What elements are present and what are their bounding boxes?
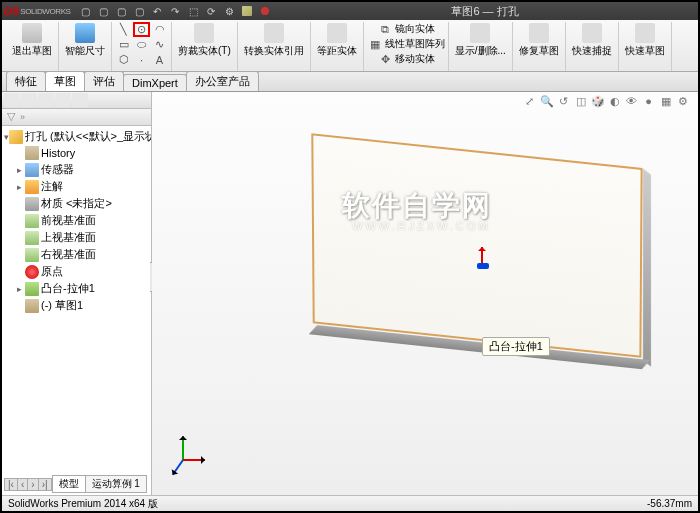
appearance-button[interactable]: ● <box>641 95 656 110</box>
qat-appearance-button[interactable] <box>238 3 256 19</box>
tree-item-1[interactable]: ▸传感器 <box>2 161 151 178</box>
tab-nav-first[interactable]: |‹ <box>5 479 18 490</box>
origin-icon <box>25 265 39 279</box>
spline-tool-button[interactable]: ∿ <box>151 37 168 52</box>
tab-sketch[interactable]: 草图 <box>45 71 85 91</box>
poly-tool-button[interactable]: ⬡ <box>115 52 132 67</box>
model-top-face[interactable] <box>311 133 642 358</box>
annot-icon <box>25 180 39 194</box>
zoom-fit-button[interactable]: ⤢ <box>522 95 537 110</box>
qat-rebuild-button[interactable]: ⟳ <box>202 3 220 19</box>
triad-y-axis-icon <box>182 436 184 460</box>
tree-item-8[interactable]: ▸凸台-拉伸1 <box>2 280 151 297</box>
tree-item-6[interactable]: 右视基准面 <box>2 246 151 263</box>
ribbon-group-dim: 智能尺寸 <box>59 22 112 71</box>
hide-show-button[interactable]: 👁 <box>624 95 639 110</box>
tree-item-label: 右视基准面 <box>41 247 96 262</box>
tab-features[interactable]: 特征 <box>6 71 46 91</box>
display-delete-button[interactable]: 显示/删除... <box>452 22 509 59</box>
tree-item-2[interactable]: ▸注解 <box>2 178 151 195</box>
smart-dimension-button[interactable]: 智能尺寸 <box>62 22 108 59</box>
rect-tool-button[interactable]: ▭ <box>115 37 132 52</box>
quick-sketch-button[interactable]: 快速草图 <box>622 22 668 59</box>
arc-tool-button[interactable]: ◠ <box>151 22 168 37</box>
trim-label: 剪裁实体(T) <box>178 44 231 58</box>
convert-label: 转换实体引用 <box>244 44 304 58</box>
tab-nav-next[interactable]: › <box>28 479 38 490</box>
tab-nav-last[interactable]: ›| <box>39 479 52 490</box>
qat-print-button[interactable]: ▢ <box>130 3 148 19</box>
point-tool-button[interactable]: · <box>133 52 150 67</box>
tree-item-9[interactable]: (-) 草图1 <box>2 297 151 314</box>
qat-redo-button[interactable]: ↷ <box>166 3 184 19</box>
graphics-viewport[interactable]: ⤢ 🔍 ↺ ◫ 🎲 ◐ 👁 ● ▦ ⚙ 凸台-拉伸1 软件自学网 WWW.RJZ… <box>152 92 698 498</box>
panel-tab-config[interactable] <box>38 93 54 107</box>
qat-save-button[interactable]: ▢ <box>112 3 130 19</box>
origin-x-axis-icon <box>477 263 489 269</box>
tree-item-4[interactable]: 前视基准面 <box>2 212 151 229</box>
doc-tab-model[interactable]: 模型 <box>52 475 86 493</box>
feature-tree: ▾ 打孔 (默认<<默认>_显示状态 History▸传感器▸注解 材质 <未指… <box>2 126 151 498</box>
qat-open-button[interactable]: ▢ <box>94 3 112 19</box>
view-orient-button[interactable]: 🎲 <box>590 95 605 110</box>
hist-icon <box>25 146 39 160</box>
panel-tab-feature-tree[interactable] <box>4 93 20 107</box>
convert-icon <box>264 23 284 43</box>
move-button[interactable]: ✥ <box>377 52 394 67</box>
tree-item-0[interactable]: History <box>2 145 151 161</box>
quick-snap-button[interactable]: 快速捕捉 <box>569 22 615 59</box>
panel-tab-display[interactable] <box>72 93 88 107</box>
qat-record-button[interactable] <box>256 3 274 19</box>
tab-dimxpert[interactable]: DimXpert <box>123 74 187 91</box>
text-tool-button[interactable]: A <box>151 52 168 67</box>
exit-sketch-button[interactable]: 退出草图 <box>9 22 55 59</box>
scene-button[interactable]: ▦ <box>658 95 673 110</box>
origin-y-axis-icon <box>481 247 483 263</box>
display-style-button[interactable]: ◐ <box>607 95 622 110</box>
tab-office[interactable]: 办公室产品 <box>186 71 259 91</box>
expand-icon[interactable]: ▸ <box>14 165 25 175</box>
linear-pattern-button[interactable]: ▦ <box>367 37 384 52</box>
tree-item-7[interactable]: 原点 <box>2 263 151 280</box>
tab-evaluate[interactable]: 评估 <box>84 71 124 91</box>
trim-entities-button[interactable]: 剪裁实体(T) <box>175 22 234 59</box>
part-icon <box>9 130 23 144</box>
qat-select-button[interactable]: ⬚ <box>184 3 202 19</box>
tree-item-label: History <box>41 147 75 159</box>
qat-new-button[interactable]: ▢ <box>76 3 94 19</box>
view-settings-button[interactable]: ⚙ <box>675 95 690 110</box>
mirror-button[interactable]: ⧉ <box>377 22 394 37</box>
doc-tab-motion[interactable]: 运动算例 1 <box>85 475 147 493</box>
slot-tool-button[interactable]: ⬭ <box>133 37 150 52</box>
move-label: 移动实体 <box>395 52 435 67</box>
tree-root[interactable]: ▾ 打孔 (默认<<默认>_显示状态 <box>2 128 151 145</box>
filter-icon[interactable]: ▽ <box>4 110 18 124</box>
expand-icon[interactable]: ▸ <box>14 284 25 294</box>
tab-nav-buttons: |‹ ‹ › ›| <box>4 478 53 491</box>
offset-label: 等距实体 <box>317 44 357 58</box>
panel-tab-property[interactable] <box>21 93 37 107</box>
qat-options-button[interactable]: ⚙ <box>220 3 238 19</box>
tree-item-5[interactable]: 上视基准面 <box>2 229 151 246</box>
line-tool-button[interactable]: ╲ <box>115 22 132 37</box>
filter-arrow-icon[interactable]: » <box>20 112 25 122</box>
section-view-button[interactable]: ◫ <box>573 95 588 110</box>
zoom-area-button[interactable]: 🔍 <box>539 95 554 110</box>
prev-view-button[interactable]: ↺ <box>556 95 571 110</box>
tree-item-3[interactable]: 材质 <未指定> <box>2 195 151 212</box>
triad-z-axis-icon <box>172 459 184 475</box>
expand-icon[interactable]: ▸ <box>14 182 25 192</box>
exit-sketch-label: 退出草图 <box>12 44 52 58</box>
qat-undo-button[interactable]: ↶ <box>148 3 166 19</box>
repair-sketch-button[interactable]: 修复草图 <box>516 22 562 59</box>
viewport-heads-up-toolbar: ⤢ 🔍 ↺ ◫ 🎲 ◐ 👁 ● ▦ ⚙ <box>522 95 690 110</box>
tab-nav-prev[interactable]: ‹ <box>18 479 28 490</box>
model-side-face[interactable] <box>643 168 651 366</box>
logo-text: SOLIDWORKS <box>20 7 70 16</box>
ribbon-group-exit: 退出草图 <box>6 22 59 71</box>
convert-entities-button[interactable]: 转换实体引用 <box>241 22 307 59</box>
panel-tab-dimxpert[interactable] <box>55 93 71 107</box>
circle-tool-button[interactable]: ⊙ <box>133 22 150 37</box>
snap-icon <box>582 23 602 43</box>
offset-entities-button[interactable]: 等距实体 <box>314 22 360 59</box>
